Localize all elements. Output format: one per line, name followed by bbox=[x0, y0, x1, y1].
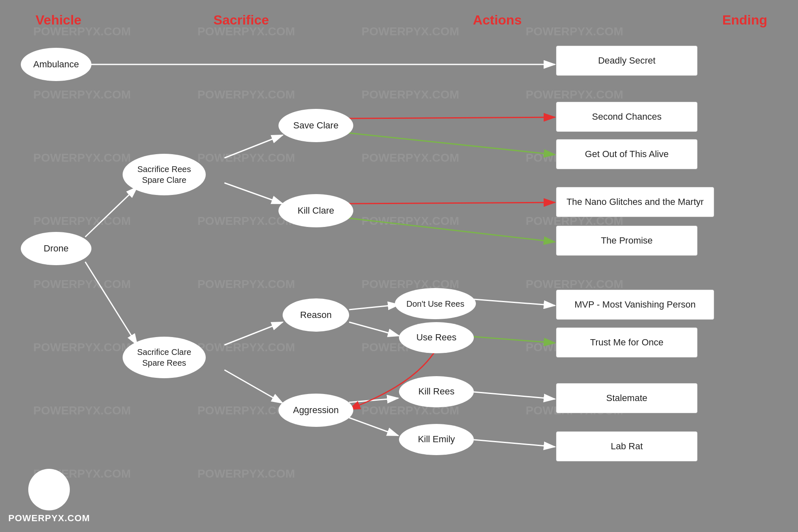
ending-deadly-secret: Deadly Secret bbox=[556, 46, 697, 76]
node-ambulance: Ambulance bbox=[21, 48, 91, 81]
ending-get-out: Get Out of This Alive bbox=[556, 139, 697, 169]
trophy-icon bbox=[36, 476, 62, 503]
logo: POWERPYX.COM bbox=[8, 469, 90, 524]
svg-line-14 bbox=[349, 305, 399, 310]
node-kill-rees: Kill Rees bbox=[399, 376, 474, 407]
logo-circle bbox=[28, 469, 70, 510]
svg-line-7 bbox=[224, 183, 283, 204]
header-sacrifice: Sacrifice bbox=[192, 12, 291, 28]
svg-line-11 bbox=[349, 218, 555, 242]
svg-line-13 bbox=[224, 370, 283, 403]
svg-line-10 bbox=[349, 202, 555, 204]
svg-line-4 bbox=[85, 187, 137, 237]
ending-mvp: MVP - Most Vanishing Person bbox=[556, 290, 714, 320]
node-kill-emily: Kill Emily bbox=[399, 424, 474, 455]
ending-lab-rat: Lab Rat bbox=[556, 431, 697, 461]
node-dont-use-rees: Don't Use Rees bbox=[395, 288, 476, 319]
svg-line-9 bbox=[349, 133, 555, 155]
svg-line-6 bbox=[224, 135, 283, 158]
ending-trust-me: Trust Me for Once bbox=[556, 328, 697, 357]
svg-line-15 bbox=[349, 322, 399, 336]
svg-line-16 bbox=[474, 299, 555, 305]
logo-text: POWERPYX.COM bbox=[8, 513, 90, 524]
node-reason: Reason bbox=[283, 298, 349, 332]
node-sacrifice-rees: Sacrifice ReesSpare Clare bbox=[123, 154, 206, 195]
ending-stalemate: Stalemate bbox=[556, 383, 697, 413]
svg-line-8 bbox=[349, 117, 555, 118]
header-ending: Ending bbox=[692, 12, 798, 28]
svg-line-20 bbox=[474, 392, 555, 399]
ending-the-promise: The Promise bbox=[556, 226, 697, 256]
node-kill-clare: Kill Clare bbox=[278, 194, 353, 227]
node-sacrifice-clare: Sacrifice ClareSpare Rees bbox=[123, 337, 206, 378]
node-save-clare: Save Clare bbox=[278, 109, 353, 142]
header-actions: Actions bbox=[440, 12, 554, 28]
node-drone: Drone bbox=[21, 232, 91, 265]
node-aggression: Aggression bbox=[278, 394, 353, 427]
svg-line-5 bbox=[85, 262, 137, 345]
header-vehicle: Vehicle bbox=[17, 12, 100, 28]
svg-line-17 bbox=[474, 337, 555, 343]
svg-rect-22 bbox=[47, 497, 52, 500]
column-headers: Vehicle Sacrifice Actions Ending bbox=[0, 12, 798, 28]
svg-line-19 bbox=[349, 418, 398, 436]
svg-line-21 bbox=[474, 440, 555, 447]
svg-rect-23 bbox=[44, 500, 54, 501]
node-use-rees: Use Rees bbox=[399, 322, 474, 353]
ending-second-chances: Second Chances bbox=[556, 102, 697, 132]
ending-nano-glitches: The Nano Glitches and the Martyr bbox=[556, 187, 714, 217]
svg-line-12 bbox=[224, 322, 283, 345]
